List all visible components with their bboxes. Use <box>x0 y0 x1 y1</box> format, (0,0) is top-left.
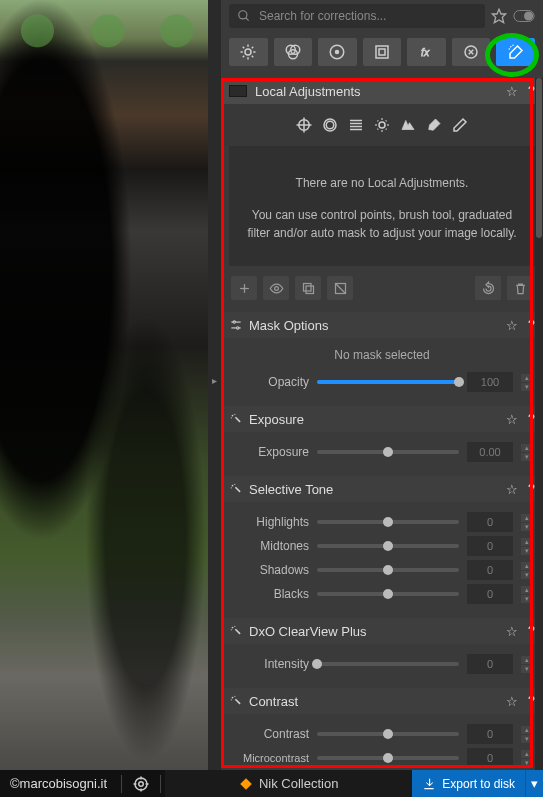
help-icon[interactable]: ? <box>528 318 535 332</box>
midtones-value[interactable]: 0 <box>467 536 513 556</box>
tool-luminosity-mask[interactable] <box>370 114 394 136</box>
tool-brush[interactable] <box>422 114 446 136</box>
la-tool-row <box>221 104 543 146</box>
svg-point-4 <box>524 11 533 20</box>
blacks-slider[interactable] <box>317 592 459 596</box>
opacity-slider[interactable] <box>317 380 459 384</box>
opacity-value[interactable]: 100 <box>467 372 513 392</box>
svg-point-23 <box>510 46 512 48</box>
scroll-thumb[interactable] <box>536 78 542 238</box>
spinner[interactable]: ▴▾ <box>521 562 533 579</box>
add-mask-button[interactable] <box>231 276 257 300</box>
help-icon[interactable]: ? <box>528 482 535 496</box>
panel-toggle[interactable] <box>513 9 535 23</box>
invert-mask-button[interactable] <box>327 276 353 300</box>
magic-icon <box>229 482 243 496</box>
section-header-selective-tone[interactable]: Selective Tone ☆ ? <box>221 476 543 502</box>
nik-collection-button[interactable]: Nik Collection <box>165 770 412 797</box>
tool-control-line[interactable] <box>318 114 342 136</box>
favorite-icon[interactable]: ☆ <box>506 412 518 427</box>
softproof-icon[interactable] <box>132 775 150 793</box>
shadows-slider[interactable] <box>317 568 459 572</box>
svg-rect-20 <box>379 49 385 55</box>
intensity-slider[interactable] <box>317 662 459 666</box>
help-icon[interactable]: ? <box>528 694 535 708</box>
svg-point-57 <box>135 778 147 790</box>
favorite-icon[interactable]: ☆ <box>506 482 518 497</box>
shadows-label: Shadows <box>231 563 309 577</box>
tab-geometry[interactable] <box>363 38 402 66</box>
highlights-value[interactable]: 0 <box>467 512 513 532</box>
favorites-filter-icon[interactable] <box>491 8 507 24</box>
spinner[interactable]: ▴▾ <box>521 750 533 767</box>
spinner[interactable]: ▴▾ <box>521 538 533 555</box>
intensity-label: Intensity <box>231 657 309 671</box>
favorite-icon[interactable]: ☆ <box>506 318 518 333</box>
midtones-label: Midtones <box>231 539 309 553</box>
svg-point-46 <box>234 414 235 415</box>
tab-effects[interactable]: fx <box>407 38 446 66</box>
section-header-local-adjustments[interactable]: Local Adjustments ☆ ? <box>221 78 543 104</box>
tool-control-point[interactable] <box>292 114 316 136</box>
export-dropdown[interactable]: ▾ <box>525 770 543 797</box>
tool-auto-mask[interactable] <box>396 114 420 136</box>
duplicate-mask-button[interactable] <box>295 276 321 300</box>
svg-point-44 <box>237 327 239 329</box>
svg-point-24 <box>512 45 514 47</box>
spinner[interactable]: ▴▾ <box>521 514 533 531</box>
shadows-value[interactable]: 0 <box>467 560 513 580</box>
tab-detail[interactable] <box>318 38 357 66</box>
scrollbar[interactable] <box>535 78 543 770</box>
help-icon[interactable]: ? <box>528 412 535 426</box>
delete-button[interactable] <box>507 276 533 300</box>
exposure-spinner[interactable]: ▴▾ <box>521 444 533 461</box>
section-title: Exposure <box>249 412 500 427</box>
intensity-value[interactable]: 0 <box>467 654 513 674</box>
help-icon[interactable]: ? <box>528 624 535 638</box>
favorite-icon[interactable]: ☆ <box>506 84 518 99</box>
export-button[interactable]: Export to disk <box>412 770 525 797</box>
tool-eraser[interactable] <box>448 114 472 136</box>
la-empty-message: There are no Local Adjustments. You can … <box>229 146 535 266</box>
favorite-icon[interactable]: ☆ <box>506 694 518 709</box>
svg-point-53 <box>231 629 232 630</box>
spinner[interactable]: ▴▾ <box>521 586 533 603</box>
search-input[interactable]: Search for corrections... <box>229 4 485 28</box>
help-icon[interactable]: ? <box>528 84 535 98</box>
section-header-mask-options[interactable]: Mask Options ☆ ? <box>221 312 543 338</box>
section-title: DxO ClearView Plus <box>249 624 500 639</box>
exposure-slider[interactable] <box>317 450 459 454</box>
svg-point-34 <box>379 122 385 128</box>
reset-button[interactable] <box>475 276 501 300</box>
section-header-exposure[interactable]: Exposure ☆ ? <box>221 406 543 432</box>
midtones-slider[interactable] <box>317 544 459 548</box>
svg-rect-19 <box>376 46 388 58</box>
microcontrast-value[interactable]: 0 <box>467 748 513 768</box>
exposure-value[interactable]: 0.00 <box>467 442 513 462</box>
show-mask-button[interactable] <box>263 276 289 300</box>
tab-light[interactable] <box>229 38 268 66</box>
blacks-value[interactable]: 0 <box>467 584 513 604</box>
highlights-slider[interactable] <box>317 520 459 524</box>
favorite-icon[interactable]: ☆ <box>506 624 518 639</box>
svg-point-5 <box>245 49 251 55</box>
svg-marker-2 <box>492 9 505 22</box>
svg-point-0 <box>239 11 247 19</box>
contrast-value[interactable]: 0 <box>467 724 513 744</box>
opacity-spinner[interactable]: ▴▾ <box>521 374 533 391</box>
svg-line-1 <box>246 18 249 21</box>
section-header-clearview[interactable]: DxO ClearView Plus ☆ ? <box>221 618 543 644</box>
spinner[interactable]: ▴▾ <box>521 656 533 673</box>
svg-rect-39 <box>303 283 311 291</box>
svg-point-29 <box>326 121 334 129</box>
spinner[interactable]: ▴▾ <box>521 726 533 743</box>
contrast-slider[interactable] <box>317 732 459 736</box>
microcontrast-slider[interactable] <box>317 756 459 760</box>
tab-local-adjustments[interactable] <box>496 38 535 66</box>
tab-color[interactable] <box>274 38 313 66</box>
panel-collapse-handle[interactable]: ▸ <box>212 375 217 386</box>
section-header-contrast[interactable]: Contrast ☆ ? <box>221 688 543 714</box>
tab-watermark[interactable] <box>452 38 491 66</box>
tool-graduated-filter[interactable] <box>344 114 368 136</box>
svg-point-37 <box>274 286 278 290</box>
